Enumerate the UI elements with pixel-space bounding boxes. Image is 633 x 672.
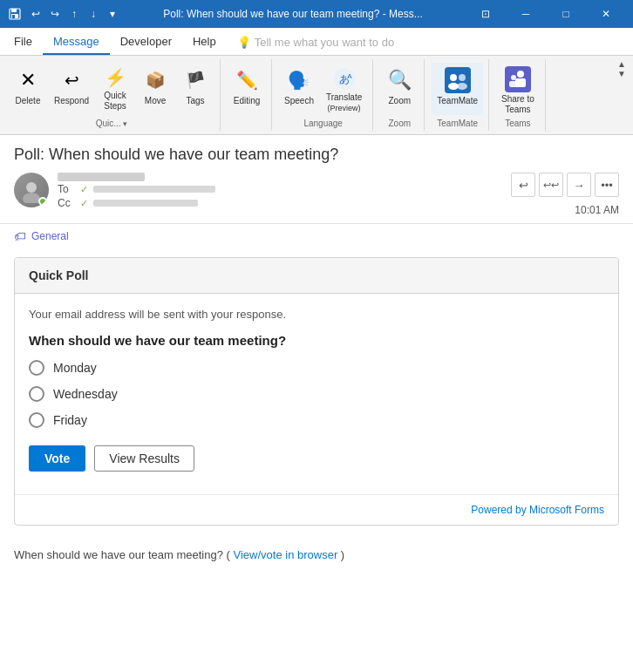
view-vote-link[interactable]: View/vote in browser [234, 548, 338, 561]
svg-point-8 [450, 74, 457, 81]
ribbon-scroll-up[interactable]: ▲ [617, 59, 626, 69]
respond-label: Respond [54, 96, 89, 106]
teams-icon [504, 66, 532, 92]
reply-all-button[interactable]: ↩↩ [539, 173, 563, 197]
share-to-teams-button[interactable]: Share toTeams [496, 63, 540, 115]
poll-card: Quick Poll Your email address will be se… [14, 257, 619, 526]
editing-icon: ✏️ [233, 66, 261, 94]
save-icon[interactable] [7, 6, 23, 22]
powered-by-link[interactable]: Powered by Microsoft Forms [471, 504, 604, 516]
minimize-button[interactable]: ─ [506, 0, 546, 28]
svg-point-17 [26, 182, 37, 193]
tab-help[interactable]: Help [182, 30, 227, 55]
svg-rect-16 [509, 81, 517, 87]
option-label-monday: Monday [53, 361, 97, 375]
poll-option-friday[interactable]: Friday [29, 412, 604, 428]
move-icon: 📦 [141, 66, 169, 94]
email-header: Poll: When should we have our team meeti… [0, 135, 633, 224]
poll-buttons: Vote View Results [29, 445, 604, 472]
svg-point-11 [457, 83, 467, 90]
to-verified-icon: ✓ [80, 184, 88, 195]
reply-button[interactable]: ↩ [511, 173, 535, 197]
translate-icon: あA [330, 66, 358, 91]
sender-details: To ✓ Cc ✓ [58, 173, 215, 209]
timestamp: 10:01 AM [575, 204, 619, 216]
respond-button[interactable]: ↩ Respond [49, 63, 94, 115]
tab-message[interactable]: Message [43, 30, 110, 55]
speech-button[interactable]: 🗣️ Speech [279, 63, 319, 115]
poll-card-footer: Powered by Microsoft Forms [15, 494, 618, 525]
tab-file[interactable]: File [3, 30, 43, 55]
undo-button[interactable]: ↩ [28, 6, 44, 22]
ribbon-scroll[interactable]: ▲ ▼ [614, 59, 630, 78]
upload-button[interactable]: ↑ [66, 6, 82, 22]
email-subject: Poll: When should we have our team meeti… [14, 146, 619, 164]
zoom-icon: 🔍 [385, 66, 413, 94]
view-results-button[interactable]: View Results [94, 445, 194, 472]
more-actions-button[interactable]: ••• [595, 173, 619, 197]
svg-point-13 [517, 71, 524, 78]
ribbon-group-language: 🗣️ Speech あA Translate(Preview) Language [274, 59, 373, 131]
tag-row: 🏷 General [0, 224, 633, 243]
radio-wednesday[interactable] [29, 386, 44, 402]
poll-option-wednesday[interactable]: Wednesday [29, 386, 604, 402]
tags-label: Tags [186, 96, 204, 106]
poll-options: Monday Wednesday Friday [29, 360, 604, 428]
window-resize-button[interactable]: ⊡ [466, 0, 506, 28]
email-area: Poll: When should we have our team meeti… [0, 135, 633, 672]
cc-verified-icon: ✓ [80, 198, 88, 209]
translate-label: Translate(Preview) [326, 92, 362, 113]
zoom-button[interactable]: 🔍 Zoom [380, 63, 419, 115]
ribbon: File Message Developer Help 💡 Tell me wh… [0, 28, 633, 135]
forward-button[interactable]: → [567, 173, 591, 197]
poll-question: When should we have our team meeting? [29, 333, 604, 348]
delete-label: Delete [16, 96, 41, 106]
svg-point-15 [511, 75, 516, 80]
svg-text:A: A [347, 72, 352, 80]
window-title: Poll: When should we have our team meeti… [120, 8, 466, 20]
redo-button[interactable]: ↪ [47, 6, 63, 22]
move-button[interactable]: 📦 Move [136, 63, 174, 115]
editing-button[interactable]: ✏️ Editing [228, 63, 266, 115]
radio-monday[interactable] [29, 360, 44, 376]
respond-icon: ↩ [58, 66, 85, 94]
restore-button[interactable]: □ [546, 0, 586, 28]
group-label-language: Language [303, 119, 343, 131]
more-button[interactable]: ▾ [105, 6, 120, 22]
option-label-wednesday: Wednesday [53, 387, 118, 401]
close-button[interactable]: ✕ [586, 0, 626, 28]
tell-me-input[interactable]: Tell me what you want to do [255, 36, 394, 49]
poll-option-monday[interactable]: Monday [29, 360, 604, 376]
to-label: To [58, 183, 75, 195]
svg-point-18 [23, 193, 40, 203]
ribbon-scroll-down[interactable]: ▼ [617, 69, 626, 78]
window-controls: ⊡ ─ □ ✕ [466, 0, 626, 28]
tab-developer[interactable]: Developer [110, 30, 182, 55]
cc-field: Cc ✓ [58, 197, 215, 209]
poll-notice: Your email address will be sent with you… [29, 308, 604, 321]
ribbon-content: ✕ Delete ↩ Respond ⚡ QuickSteps 📦 Move [0, 56, 633, 134]
tag-label: General [31, 230, 69, 242]
group-label-quick: Quic... ▾ [96, 119, 128, 131]
sender-name-line [58, 173, 215, 181]
download-button[interactable]: ↓ [85, 6, 101, 22]
group-label-teams: Teams [505, 119, 530, 131]
cc-label: Cc [58, 197, 75, 209]
poll-card-header: Quick Poll [15, 258, 618, 294]
tags-button[interactable]: 🏴 Tags [176, 63, 214, 115]
delete-button[interactable]: ✕ Delete [9, 63, 47, 115]
email-actions: ↩ ↩↩ → ••• [511, 173, 619, 197]
quick-steps-button[interactable]: ⚡ QuickSteps [96, 63, 134, 115]
translate-button[interactable]: あA Translate(Preview) [321, 63, 367, 115]
radio-friday[interactable] [29, 412, 44, 428]
group-label-zoom: Zoom [389, 119, 412, 131]
teammate-button[interactable]: TeamMate [432, 63, 483, 115]
to-value [93, 186, 215, 193]
option-label-friday: Friday [53, 413, 87, 427]
delete-icon: ✕ [14, 66, 42, 94]
speech-icon: 🗣️ [285, 66, 313, 94]
ribbon-group-delete: ✕ Delete ↩ Respond ⚡ QuickSteps 📦 Move [3, 59, 221, 131]
tag-icon: 🏷 [14, 229, 26, 243]
email-header-right: ↩ ↩↩ → ••• 10:01 AM [511, 173, 619, 216]
vote-button[interactable]: Vote [29, 445, 85, 472]
